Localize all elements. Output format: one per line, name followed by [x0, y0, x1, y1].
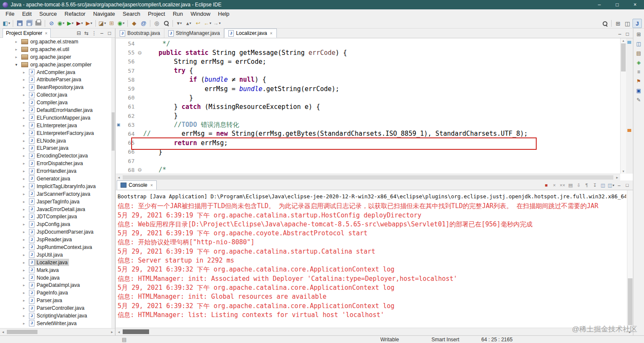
tree-item-JspConfig.java[interactable]: ▸JJspConfig.java [0, 220, 111, 228]
scroll-down-arrow[interactable]: ▾ [621, 169, 626, 173]
menu-refactor[interactable]: Refactor [61, 11, 89, 17]
minimize-icon[interactable]: – [615, 181, 623, 189]
tree-item-org.apache.jasper.compiler[interactable]: ▾org.apache.jasper.compiler [0, 61, 111, 69]
tree-item-ELNode.java[interactable]: ▸JELNode.java [0, 137, 111, 145]
explorer-horizontal-scrollbar[interactable]: ◂ ▸ [0, 328, 115, 335]
forward-icon[interactable]: →▾ [213, 19, 221, 28]
close-view-icon[interactable]: × [45, 31, 47, 36]
tree-item-ELFunctionMapper.java[interactable]: ▸JELFunctionMapper.java [0, 114, 111, 122]
expand-arrow-icon[interactable]: ▸ [23, 268, 29, 272]
expand-arrow-icon[interactable]: ▸ [23, 131, 29, 135]
search-icon[interactable] [601, 19, 609, 28]
tree-item-Mark.java[interactable]: ▸JMark.java [0, 266, 111, 274]
back-icon[interactable]: ←▾ [203, 19, 212, 28]
expand-arrow-icon[interactable]: ▸ [23, 276, 29, 280]
link-with-editor-icon[interactable]: ⇆ [83, 29, 90, 37]
tree-item-Collector.java[interactable]: ▸JCollector.java [0, 91, 111, 99]
remove-all-launches-icon[interactable]: ×× [558, 181, 566, 189]
open-perspective-icon[interactable]: ⊞ [614, 19, 622, 28]
expand-arrow-icon[interactable]: ▸ [23, 100, 29, 105]
tree-item-ELInterpreter.java[interactable]: ▸JELInterpreter.java [0, 122, 111, 129]
expand-arrow-icon[interactable]: ▸ [23, 222, 29, 226]
expand-arrow-icon[interactable]: ▸ [23, 214, 29, 219]
maximize-icon[interactable]: □ [623, 181, 631, 189]
tree-item-ImplicitTagLibraryInfo.java[interactable]: ▸JImplicitTagLibraryInfo.java [0, 183, 111, 190]
expand-arrow-icon[interactable]: ▸ [23, 139, 29, 143]
prev-annotation-icon[interactable]: ▴▾ [184, 19, 193, 28]
minimized-view-icon-4[interactable]: ≡ [635, 68, 643, 76]
scroll-left-arrow[interactable]: ◂ [0, 330, 6, 334]
tree-item-JspDocumentParser.java[interactable]: ▸JJspDocumentParser.java [0, 228, 111, 236]
save-icon[interactable] [15, 19, 24, 28]
menu-navigate[interactable]: Navigate [89, 11, 119, 17]
tree-item-ErrorDispatcher.java[interactable]: ▸JErrorDispatcher.java [0, 160, 111, 167]
tree-item-org.apache.el.util[interactable]: ▸org.apache.el.util [0, 46, 111, 53]
menu-run[interactable]: Run [169, 11, 187, 17]
next-annotation-icon[interactable]: ▾▾ [175, 19, 184, 28]
expand-arrow-icon[interactable]: ▸ [23, 108, 29, 112]
tree-item-ParserController.java[interactable]: ▸JParserController.java [0, 304, 111, 312]
save-all-icon[interactable] [25, 19, 33, 28]
collapse-arrow-icon[interactable]: ▾ [15, 63, 21, 67]
minimized-view-icon-7[interactable]: ✎ [635, 96, 643, 104]
expand-arrow-icon[interactable]: ▸ [23, 245, 29, 249]
terminate-icon[interactable]: ■ [542, 181, 550, 189]
debug-icon[interactable]: ◉▾ [57, 19, 65, 28]
minimized-view-icon-6[interactable]: ▣ [635, 86, 643, 95]
coverage-icon[interactable]: ▶▾ [75, 19, 84, 28]
minimized-view-icon-3[interactable]: ◈ [635, 58, 643, 67]
menu-file[interactable]: File [2, 11, 18, 17]
external-tools-icon[interactable]: ▶▾ [85, 19, 93, 28]
tree-item-AntCompiler.java[interactable]: ▸JAntCompiler.java [0, 69, 111, 76]
fold-marker-icon[interactable]: ⊖ [136, 167, 143, 173]
remove-launch-icon[interactable]: × [550, 181, 558, 189]
java-perspective-icon[interactable]: J [632, 19, 642, 28]
view-menu-icon[interactable]: ⋮ [90, 29, 98, 37]
tree-item-JarScannerFactory.java[interactable]: ▸JJarScannerFactory.java [0, 190, 111, 198]
expand-arrow-icon[interactable]: ▸ [23, 291, 29, 295]
tree-item-BeanRepository.java[interactable]: ▸JBeanRepository.java [0, 83, 111, 91]
print-icon[interactable] [34, 19, 43, 28]
collapse-all-icon[interactable]: ⊟ [75, 29, 83, 37]
menu-project[interactable]: Project [144, 11, 169, 17]
expand-arrow-icon[interactable]: ▸ [23, 93, 29, 97]
tree-item-org.apache.jasper[interactable]: ▸org.apache.jasper [0, 53, 111, 61]
display-selected-console-icon[interactable]: ◫ [599, 181, 607, 189]
open-console-icon[interactable]: ◫▾ [607, 181, 615, 189]
expand-arrow-icon[interactable]: ▸ [15, 40, 21, 44]
scrollbar-thumb[interactable] [621, 43, 626, 71]
scrollbar-thumb[interactable] [112, 112, 115, 151]
expand-arrow-icon[interactable]: ▸ [23, 146, 29, 150]
tree-item-ServletWriter.java[interactable]: ▸JServletWriter.java [0, 320, 111, 327]
scroll-left-arrow[interactable]: ◂ [116, 330, 122, 334]
maximize-icon[interactable]: □ [624, 30, 631, 38]
expand-arrow-icon[interactable]: ▸ [23, 184, 29, 189]
close-button[interactable]: × [626, 0, 644, 9]
editor-vertical-scrollbar[interactable]: ▴ ▾ [620, 38, 626, 174]
console-output[interactable]: Bootstrap [Java Application] D:\Program\… [118, 190, 626, 328]
restore-pane-icon[interactable]: ⊞ [635, 30, 643, 39]
tree-item-Node.java[interactable]: ▸JNode.java [0, 274, 111, 282]
new-java-project-icon[interactable]: ◪▾ [98, 19, 106, 28]
minimize-icon[interactable]: – [616, 30, 624, 38]
tree-item-AttributeParser.java[interactable]: ▸JAttributeParser.java [0, 76, 111, 83]
tree-item-JspUtil.java[interactable]: ▸JJspUtil.java [0, 251, 111, 259]
word-wrap-icon[interactable]: ¶ [583, 181, 591, 189]
new-wizard-icon[interactable]: ◧▾ [2, 19, 11, 28]
minimized-view-icon-5[interactable]: ⚑ [635, 77, 643, 86]
clear-console-icon[interactable]: ▤ [566, 181, 575, 189]
expand-arrow-icon[interactable]: ▸ [23, 321, 29, 326]
tree-item-Parser.java[interactable]: ▸JParser.java [0, 297, 111, 304]
tab-console[interactable]: Console × [117, 180, 157, 190]
code-editor[interactable]: 54 */55⊖ public static String getMessage… [116, 38, 620, 174]
close-tab-icon[interactable]: × [270, 31, 273, 36]
scroll-right-arrow[interactable]: ▸ [614, 175, 620, 180]
scrollbar-thumb[interactable] [628, 278, 632, 325]
tree-item-JspReader.java[interactable]: ▸JJspReader.java [0, 236, 111, 243]
explorer-vertical-scrollbar[interactable] [111, 38, 115, 329]
scrollbar-thumb[interactable] [123, 175, 613, 180]
tree-item-org.apache.el.stream[interactable]: ▸org.apache.el.stream [0, 38, 111, 46]
open-type-icon[interactable]: ◎ [152, 19, 161, 28]
maximize-button[interactable]: □ [608, 0, 626, 9]
console-vertical-scrollbar[interactable] [627, 190, 633, 328]
